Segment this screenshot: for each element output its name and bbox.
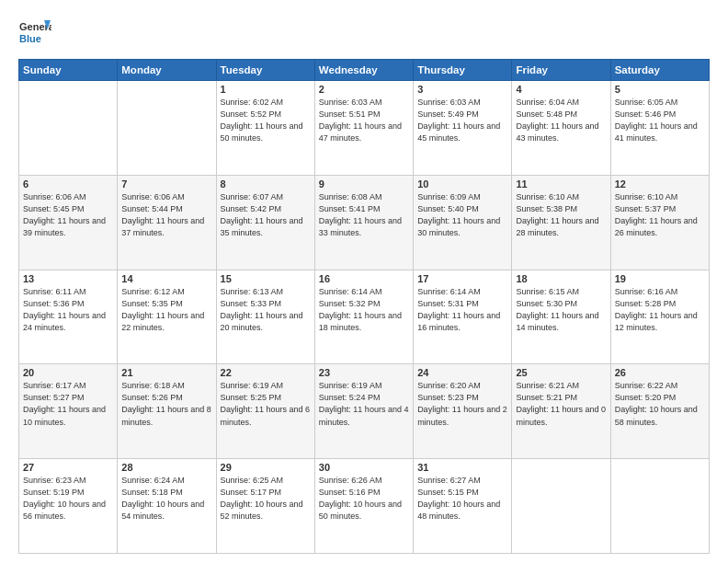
day-info: Sunrise: 6:03 AM Sunset: 5:51 PM Dayligh… xyxy=(319,97,409,144)
day-info: Sunrise: 6:24 AM Sunset: 5:18 PM Dayligh… xyxy=(121,475,211,523)
calendar-cell: 1Sunrise: 6:02 AM Sunset: 5:52 PM Daylig… xyxy=(216,81,314,176)
day-number: 4 xyxy=(516,84,606,95)
day-info: Sunrise: 6:27 AM Sunset: 5:15 PM Dayligh… xyxy=(417,475,507,523)
calendar-week-row: 27Sunrise: 6:23 AM Sunset: 5:19 PM Dayli… xyxy=(19,459,710,554)
day-info: Sunrise: 6:06 AM Sunset: 5:45 PM Dayligh… xyxy=(23,191,113,239)
day-info: Sunrise: 6:06 AM Sunset: 5:44 PM Dayligh… xyxy=(121,191,211,239)
day-number: 1 xyxy=(221,84,311,95)
day-info: Sunrise: 6:05 AM Sunset: 5:46 PM Dayligh… xyxy=(615,97,705,144)
calendar-cell xyxy=(512,459,610,554)
day-number: 12 xyxy=(615,178,705,190)
day-number: 3 xyxy=(417,84,507,95)
day-number: 27 xyxy=(23,462,113,473)
day-info: Sunrise: 6:11 AM Sunset: 5:36 PM Dayligh… xyxy=(23,286,113,334)
calendar-week-row: 13Sunrise: 6:11 AM Sunset: 5:36 PM Dayli… xyxy=(19,270,710,364)
day-number: 7 xyxy=(121,178,211,190)
calendar-cell: 19Sunrise: 6:16 AM Sunset: 5:28 PM Dayli… xyxy=(610,270,709,364)
day-number: 6 xyxy=(23,178,113,190)
weekday-header: Monday xyxy=(118,60,216,81)
day-number: 18 xyxy=(516,273,606,284)
calendar-cell: 28Sunrise: 6:24 AM Sunset: 5:18 PM Dayli… xyxy=(118,459,216,554)
weekday-header: Tuesday xyxy=(216,60,314,81)
calendar-cell: 27Sunrise: 6:23 AM Sunset: 5:19 PM Dayli… xyxy=(19,459,118,554)
day-info: Sunrise: 6:12 AM Sunset: 5:35 PM Dayligh… xyxy=(121,286,211,334)
day-info: Sunrise: 6:23 AM Sunset: 5:19 PM Dayligh… xyxy=(23,475,113,523)
calendar-cell: 21Sunrise: 6:18 AM Sunset: 5:26 PM Dayli… xyxy=(118,364,216,459)
day-number: 22 xyxy=(221,367,311,378)
calendar-cell: 5Sunrise: 6:05 AM Sunset: 5:46 PM Daylig… xyxy=(610,81,709,176)
page: General Blue SundayMondayTuesdayWednesda… xyxy=(0,0,728,563)
calendar-cell: 4Sunrise: 6:04 AM Sunset: 5:48 PM Daylig… xyxy=(512,81,610,176)
day-info: Sunrise: 6:03 AM Sunset: 5:49 PM Dayligh… xyxy=(417,97,507,144)
calendar-cell: 2Sunrise: 6:03 AM Sunset: 5:51 PM Daylig… xyxy=(314,81,413,176)
calendar-week-row: 20Sunrise: 6:17 AM Sunset: 5:27 PM Dayli… xyxy=(19,364,710,459)
day-number: 9 xyxy=(319,178,409,190)
calendar-cell: 9Sunrise: 6:08 AM Sunset: 5:41 PM Daylig… xyxy=(314,175,413,270)
day-info: Sunrise: 6:07 AM Sunset: 5:42 PM Dayligh… xyxy=(221,191,311,239)
day-info: Sunrise: 6:13 AM Sunset: 5:33 PM Dayligh… xyxy=(221,286,311,334)
day-number: 15 xyxy=(221,273,311,284)
weekday-header: Thursday xyxy=(414,60,512,81)
day-info: Sunrise: 6:21 AM Sunset: 5:21 PM Dayligh… xyxy=(516,380,606,428)
calendar-cell: 13Sunrise: 6:11 AM Sunset: 5:36 PM Dayli… xyxy=(19,270,118,364)
calendar-cell: 11Sunrise: 6:10 AM Sunset: 5:38 PM Dayli… xyxy=(512,175,610,270)
calendar-cell: 16Sunrise: 6:14 AM Sunset: 5:32 PM Dayli… xyxy=(314,270,413,364)
calendar-header-row: SundayMondayTuesdayWednesdayThursdayFrid… xyxy=(19,60,710,81)
calendar-cell: 15Sunrise: 6:13 AM Sunset: 5:33 PM Dayli… xyxy=(216,270,314,364)
calendar-cell: 17Sunrise: 6:14 AM Sunset: 5:31 PM Dayli… xyxy=(414,270,512,364)
day-info: Sunrise: 6:04 AM Sunset: 5:48 PM Dayligh… xyxy=(516,97,606,144)
calendar-cell: 30Sunrise: 6:26 AM Sunset: 5:16 PM Dayli… xyxy=(314,459,413,554)
calendar-week-row: 1Sunrise: 6:02 AM Sunset: 5:52 PM Daylig… xyxy=(19,81,710,176)
weekday-header: Saturday xyxy=(610,60,709,81)
calendar-cell: 24Sunrise: 6:20 AM Sunset: 5:23 PM Dayli… xyxy=(414,364,512,459)
day-number: 8 xyxy=(221,178,311,190)
calendar-cell: 26Sunrise: 6:22 AM Sunset: 5:20 PM Dayli… xyxy=(610,364,709,459)
day-number: 10 xyxy=(417,178,507,190)
calendar-cell: 6Sunrise: 6:06 AM Sunset: 5:45 PM Daylig… xyxy=(19,175,118,270)
calendar-cell xyxy=(19,81,118,176)
calendar-cell: 20Sunrise: 6:17 AM Sunset: 5:27 PM Dayli… xyxy=(19,364,118,459)
day-info: Sunrise: 6:20 AM Sunset: 5:23 PM Dayligh… xyxy=(417,380,507,428)
calendar-cell: 31Sunrise: 6:27 AM Sunset: 5:15 PM Dayli… xyxy=(414,459,512,554)
weekday-header: Wednesday xyxy=(314,60,413,81)
calendar-table: SundayMondayTuesdayWednesdayThursdayFrid… xyxy=(18,59,710,554)
day-number: 2 xyxy=(319,84,409,95)
day-info: Sunrise: 6:18 AM Sunset: 5:26 PM Dayligh… xyxy=(121,380,211,428)
day-number: 19 xyxy=(615,273,705,284)
day-info: Sunrise: 6:16 AM Sunset: 5:28 PM Dayligh… xyxy=(615,286,705,334)
day-number: 16 xyxy=(319,273,409,284)
day-info: Sunrise: 6:10 AM Sunset: 5:37 PM Dayligh… xyxy=(615,191,705,239)
calendar-cell: 29Sunrise: 6:25 AM Sunset: 5:17 PM Dayli… xyxy=(216,459,314,554)
header: General Blue xyxy=(18,17,710,50)
day-info: Sunrise: 6:26 AM Sunset: 5:16 PM Dayligh… xyxy=(319,475,409,523)
day-number: 17 xyxy=(417,273,507,284)
calendar-cell: 23Sunrise: 6:19 AM Sunset: 5:24 PM Dayli… xyxy=(314,364,413,459)
calendar-cell: 25Sunrise: 6:21 AM Sunset: 5:21 PM Dayli… xyxy=(512,364,610,459)
day-info: Sunrise: 6:17 AM Sunset: 5:27 PM Dayligh… xyxy=(23,380,113,428)
svg-text:Blue: Blue xyxy=(19,33,41,44)
logo-svg: General Blue xyxy=(18,17,51,50)
weekday-header: Friday xyxy=(512,60,610,81)
day-info: Sunrise: 6:14 AM Sunset: 5:31 PM Dayligh… xyxy=(417,286,507,334)
calendar-cell: 7Sunrise: 6:06 AM Sunset: 5:44 PM Daylig… xyxy=(118,175,216,270)
day-number: 11 xyxy=(516,178,606,190)
calendar-cell: 22Sunrise: 6:19 AM Sunset: 5:25 PM Dayli… xyxy=(216,364,314,459)
weekday-header: Sunday xyxy=(19,60,118,81)
day-number: 23 xyxy=(319,367,409,378)
day-info: Sunrise: 6:19 AM Sunset: 5:24 PM Dayligh… xyxy=(319,380,409,428)
calendar-cell: 18Sunrise: 6:15 AM Sunset: 5:30 PM Dayli… xyxy=(512,270,610,364)
day-number: 13 xyxy=(23,273,113,284)
calendar-cell: 8Sunrise: 6:07 AM Sunset: 5:42 PM Daylig… xyxy=(216,175,314,270)
day-number: 24 xyxy=(417,367,507,378)
logo: General Blue xyxy=(18,17,51,50)
day-number: 29 xyxy=(221,462,311,473)
day-info: Sunrise: 6:14 AM Sunset: 5:32 PM Dayligh… xyxy=(319,286,409,334)
calendar-cell: 12Sunrise: 6:10 AM Sunset: 5:37 PM Dayli… xyxy=(610,175,709,270)
day-number: 31 xyxy=(417,462,507,473)
day-info: Sunrise: 6:25 AM Sunset: 5:17 PM Dayligh… xyxy=(221,475,311,523)
day-info: Sunrise: 6:10 AM Sunset: 5:38 PM Dayligh… xyxy=(516,191,606,239)
day-number: 14 xyxy=(121,273,211,284)
calendar-week-row: 6Sunrise: 6:06 AM Sunset: 5:45 PM Daylig… xyxy=(19,175,710,270)
day-number: 20 xyxy=(23,367,113,378)
day-number: 26 xyxy=(615,367,705,378)
